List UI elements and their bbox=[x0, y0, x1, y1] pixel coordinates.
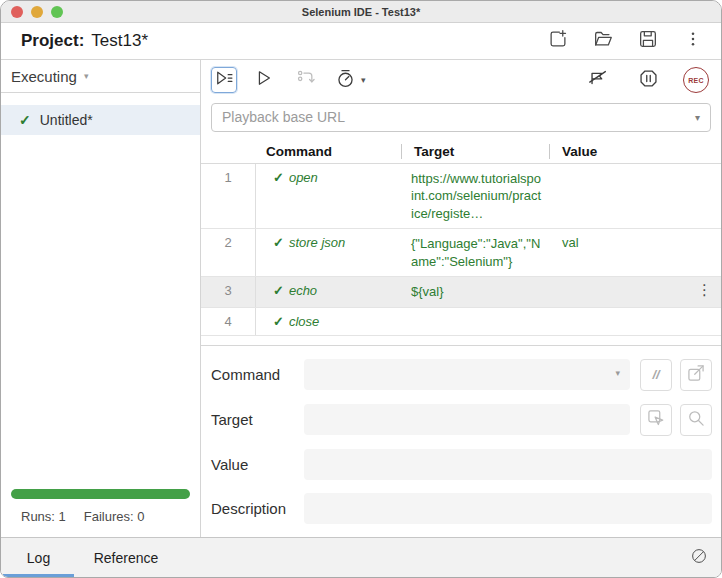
record-button[interactable]: REC bbox=[683, 67, 709, 93]
value-field[interactable] bbox=[304, 449, 712, 480]
column-header-target: Target bbox=[401, 144, 549, 159]
step-over-icon bbox=[296, 68, 316, 92]
record-label: REC bbox=[688, 77, 703, 84]
target-cell: {"Language":"Java","Name":"Selenium"} bbox=[401, 229, 549, 276]
command-cell: ✓open bbox=[256, 164, 401, 229]
command-cell: ✓store json bbox=[256, 229, 401, 276]
open-project-button[interactable] bbox=[591, 29, 615, 53]
tab-log[interactable]: Log bbox=[1, 538, 76, 577]
description-field[interactable] bbox=[304, 493, 712, 524]
step-over-button[interactable] bbox=[293, 67, 319, 93]
clear-log-button[interactable] bbox=[689, 548, 709, 568]
toggle-comment-button[interactable]: // bbox=[640, 359, 672, 391]
row-number: 3 bbox=[201, 277, 256, 307]
pause-on-exceptions-button[interactable] bbox=[635, 67, 661, 93]
open-folder-icon bbox=[592, 28, 614, 54]
search-icon bbox=[686, 408, 706, 432]
find-target-button[interactable] bbox=[680, 404, 712, 436]
prohibition-icon bbox=[690, 547, 708, 569]
passed-check-icon: ✓ bbox=[273, 314, 284, 329]
sidebar-view-label: Executing bbox=[11, 68, 77, 85]
value-field-label: Value bbox=[211, 456, 304, 473]
minimize-window-button[interactable] bbox=[31, 6, 43, 18]
test-passed-check-icon: ✓ bbox=[19, 112, 31, 128]
open-reference-window-button[interactable] bbox=[680, 359, 712, 391]
test-name: Untitled* bbox=[40, 112, 93, 128]
app-header: Project:Test13* bbox=[1, 23, 721, 59]
runs-count: Runs: 1 bbox=[21, 509, 66, 524]
value-cell: val bbox=[549, 229, 721, 276]
chevron-down-icon: ▾ bbox=[84, 71, 89, 81]
kebab-menu-icon bbox=[684, 29, 702, 53]
disable-breakpoints-button[interactable] bbox=[585, 67, 611, 93]
traffic-lights bbox=[11, 6, 63, 18]
value-cell bbox=[549, 277, 697, 307]
stopwatch-icon bbox=[335, 68, 356, 93]
target-cell: ${val} bbox=[401, 277, 549, 307]
run-progress-bar bbox=[11, 489, 190, 499]
description-field-label: Description bbox=[211, 500, 304, 517]
value-cell bbox=[549, 164, 721, 229]
run-current-test-button[interactable] bbox=[251, 67, 277, 93]
save-icon bbox=[637, 28, 659, 54]
chevron-down-icon: ▾ bbox=[695, 112, 700, 123]
project-title: Project:Test13* bbox=[21, 31, 148, 51]
target-cell: https://www.tutorialspoint.com/selenium/… bbox=[401, 164, 549, 229]
command-row-selected[interactable]: 3 ✓echo ${val} ⋮ bbox=[201, 277, 721, 308]
zoom-window-button[interactable] bbox=[51, 6, 63, 18]
select-target-icon bbox=[646, 408, 666, 432]
column-header-value: Value bbox=[549, 144, 721, 159]
command-row[interactable]: 4 ✓close bbox=[201, 308, 721, 336]
comment-slashes-icon: // bbox=[652, 367, 659, 382]
select-target-button[interactable] bbox=[640, 404, 672, 436]
tab-reference[interactable]: Reference bbox=[76, 538, 176, 577]
command-editor-form: Command ▾ // bbox=[201, 345, 721, 537]
run-all-tests-button[interactable] bbox=[211, 67, 237, 93]
failures-count: Failures: 0 bbox=[84, 509, 145, 524]
command-field-label: Command bbox=[211, 366, 304, 383]
window-title: Selenium IDE - Test13* bbox=[302, 6, 420, 18]
bottom-panel-tabs: Log Reference bbox=[1, 537, 721, 577]
chevron-down-icon: ▾ bbox=[361, 75, 366, 85]
command-row[interactable]: 2 ✓store json {"Language":"Java","Name":… bbox=[201, 229, 721, 277]
command-row[interactable]: 1 ✓open https://www.tutorialspoint.com/s… bbox=[201, 164, 721, 230]
chevron-down-icon: ▾ bbox=[615, 368, 620, 378]
new-project-button[interactable] bbox=[546, 29, 570, 53]
window-titlebar: Selenium IDE - Test13* bbox=[1, 1, 721, 23]
open-external-icon bbox=[686, 363, 706, 387]
command-cell: ✓echo bbox=[256, 277, 401, 307]
save-project-button[interactable] bbox=[636, 29, 660, 53]
target-cell bbox=[401, 308, 549, 335]
pause-octagon-icon bbox=[638, 68, 659, 93]
base-url-bar: ▾ bbox=[211, 103, 711, 132]
target-field[interactable] bbox=[304, 404, 630, 435]
project-label: Project: bbox=[21, 31, 84, 50]
command-field[interactable]: ▾ bbox=[304, 359, 630, 390]
more-options-button[interactable] bbox=[681, 29, 705, 53]
close-window-button[interactable] bbox=[11, 6, 23, 18]
commands-table-header: Command Target Value bbox=[201, 140, 721, 164]
tests-sidebar: Executing ▾ ✓ Untitled* Runs: 1 Failures… bbox=[1, 60, 201, 537]
selenium-ide-window: Selenium IDE - Test13* Project:Test13* bbox=[0, 0, 722, 578]
row-number: 2 bbox=[201, 229, 256, 276]
target-field-label: Target bbox=[211, 411, 304, 428]
playback-base-url-input[interactable] bbox=[222, 109, 695, 125]
passed-check-icon: ✓ bbox=[273, 283, 284, 298]
passed-check-icon: ✓ bbox=[273, 170, 284, 185]
sidebar-view-dropdown[interactable]: Executing ▾ bbox=[1, 60, 200, 93]
row-kebab-menu[interactable]: ⋮ bbox=[697, 277, 721, 307]
project-name: Test13* bbox=[91, 31, 148, 50]
value-cell bbox=[549, 308, 721, 335]
test-list-item-untitled[interactable]: ✓ Untitled* bbox=[1, 105, 200, 135]
row-number: 4 bbox=[201, 308, 256, 335]
playback-toolbar: ▾ REC bbox=[201, 60, 721, 101]
test-speed-button[interactable]: ▾ bbox=[335, 68, 366, 93]
passed-check-icon: ✓ bbox=[273, 235, 284, 250]
column-header-command: Command bbox=[256, 144, 401, 159]
command-cell: ✓close bbox=[256, 308, 401, 335]
play-icon bbox=[254, 68, 274, 92]
test-list: ✓ Untitled* bbox=[1, 105, 200, 135]
run-stats: Runs: 1 Failures: 0 bbox=[1, 509, 200, 537]
new-project-icon bbox=[547, 28, 569, 54]
run-all-icon bbox=[214, 68, 234, 92]
